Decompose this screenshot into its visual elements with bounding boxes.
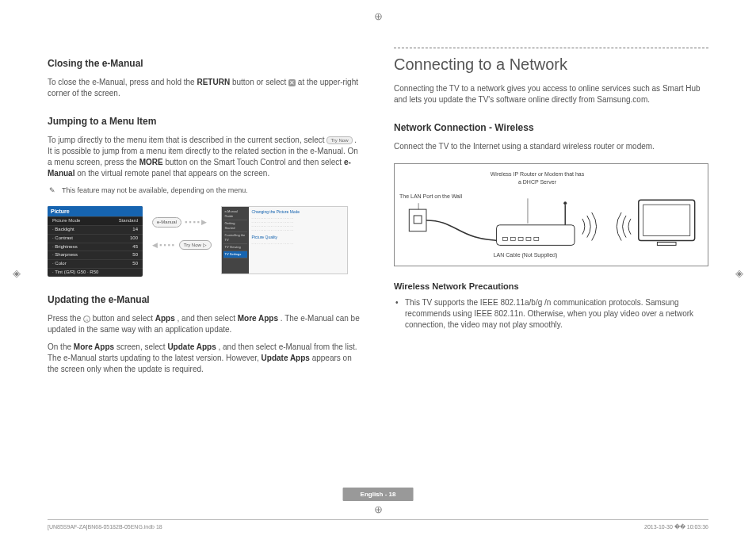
arrow-segment: e-Manual ▪▪▪▪▶ ◀▪▪▪▪ Try Now ▷ (152, 206, 212, 250)
wireless-body: Connect the TV to the Internet using a s… (394, 141, 708, 152)
apps-label: Apps (155, 314, 175, 323)
text: , and then select (178, 314, 238, 323)
return-button-label: RETURN (197, 78, 230, 86)
connecting-intro: Connecting the TV to a network gives you… (394, 83, 708, 105)
updating-paragraph-2: On the More Apps screen, select Update A… (48, 342, 362, 375)
text: On the (48, 342, 74, 351)
svg-rect-12 (657, 242, 676, 245)
close-icon: ✕ (288, 79, 296, 86)
crop-mark-left: ◈ (11, 268, 22, 279)
crop-mark-top: ⊕ (372, 11, 384, 22)
heading-wireless: Network Connection - Wireless (394, 121, 708, 135)
menu-row: · Backlight14 (48, 225, 143, 234)
heading-jumping: Jumping to a Menu Item (48, 115, 362, 128)
menu-row: · Color50 (48, 259, 143, 268)
emanual-preview: e-Manual Guide Getting Started Controlli… (221, 206, 348, 274)
picture-mode-row: Picture Mode Standard (48, 216, 143, 225)
print-stamp: 2013-10-30 �� 10:03:36 (644, 523, 708, 531)
smart-hub-icon: ⌂ (83, 316, 90, 323)
closing-paragraph: To close the e-Manual, press and hold th… (48, 77, 362, 99)
menu-row: · Sharpness50 (48, 251, 143, 259)
svg-rect-11 (643, 205, 690, 235)
page-body: Closing the e-Manual To close the e-Manu… (0, 0, 756, 421)
emanual-main: Changing the Picture Mode · · · · · · · … (249, 207, 347, 274)
print-footer: [UN85S9AF-ZA]BN68-05182B-05ENG.indb 18 2… (48, 519, 708, 531)
left-column: Closing the e-Manual To close the e-Manu… (48, 48, 362, 381)
more-button-label: MORE (139, 158, 163, 166)
text: on the virtual remote panel that appears… (77, 169, 269, 178)
try-now-button: Try Now (326, 136, 352, 144)
text: button and select (93, 314, 155, 323)
crop-mark-bottom: ⊕ (372, 504, 384, 515)
text: screen, select (116, 342, 167, 351)
heading-precautions: Wireless Network Precautions (394, 281, 708, 293)
svg-rect-2 (497, 225, 575, 246)
jumping-note: This feature may not be available, depen… (48, 186, 362, 196)
menu-row: · Contrast100 (48, 234, 143, 243)
update-apps-label: Update Apps (262, 354, 310, 362)
text: button on the Smart Touch Control and th… (165, 158, 344, 166)
heading-updating: Updating the e-Manual (48, 293, 362, 307)
right-column: Connecting to a Network Connecting the T… (394, 48, 708, 381)
more-apps-label: More Apps (74, 342, 114, 351)
picture-menu-title: Picture (48, 206, 143, 216)
more-apps-label: More Apps (238, 314, 278, 323)
page-number-badge: English - 18 (343, 488, 414, 501)
updating-paragraph-1: Press the ⌂ button and select Apps , and… (48, 313, 362, 335)
label-wall: The LAN Port on the Wall (399, 193, 471, 201)
update-apps-label: Update Apps (167, 342, 216, 351)
emanual-pill: e-Manual (152, 217, 181, 227)
heading-connecting: Connecting to a Network (394, 48, 708, 75)
precaution-item: This TV supports the IEEE 802.11a/b/g /n… (394, 297, 708, 331)
precautions-list: This TV supports the IEEE 802.11a/b/g /n… (394, 297, 708, 331)
picture-menu-panel: Picture Picture Mode Standard · Backligh… (48, 206, 143, 277)
menu-row: · Brightness45 (48, 243, 143, 251)
label-cable: LAN Cable (Not Supplied) (482, 251, 569, 259)
jumping-paragraph: To jump directly to the menu item that i… (48, 135, 362, 179)
text: To jump directly to the menu item that i… (48, 136, 326, 144)
menu-row: · Tint (G/R) G50 · R50 (48, 268, 143, 277)
svg-rect-1 (414, 216, 422, 224)
text: button or select (232, 78, 288, 86)
dots-right-icon: ▪▪▪▪▶ (185, 217, 208, 228)
heading-closing: Closing the e-Manual (48, 57, 362, 71)
label: Picture Mode (52, 218, 80, 224)
dots-left-icon: ◀▪▪▪▪ (152, 240, 176, 251)
crop-mark-right: ◈ (734, 268, 745, 279)
text: Press the (48, 314, 83, 323)
label-router: Wireless IP Router or Modem that has a D… (490, 170, 585, 186)
emanual-sidebar: e-Manual Guide Getting Started Controlli… (222, 207, 249, 274)
try-now-pill: Try Now ▷ (179, 240, 212, 250)
svg-point-4 (563, 201, 567, 205)
text: To close the e-Manual, press and hold th… (48, 78, 197, 86)
jumping-figure: Picture Picture Mode Standard · Backligh… (48, 206, 362, 277)
network-diagram: Wireless IP Router or Modem that has a D… (394, 163, 708, 266)
print-file: [UN85S9AF-ZA]BN68-05182B-05ENG.indb 18 (48, 523, 162, 531)
value: Standard (119, 218, 138, 224)
svg-rect-0 (409, 209, 426, 231)
